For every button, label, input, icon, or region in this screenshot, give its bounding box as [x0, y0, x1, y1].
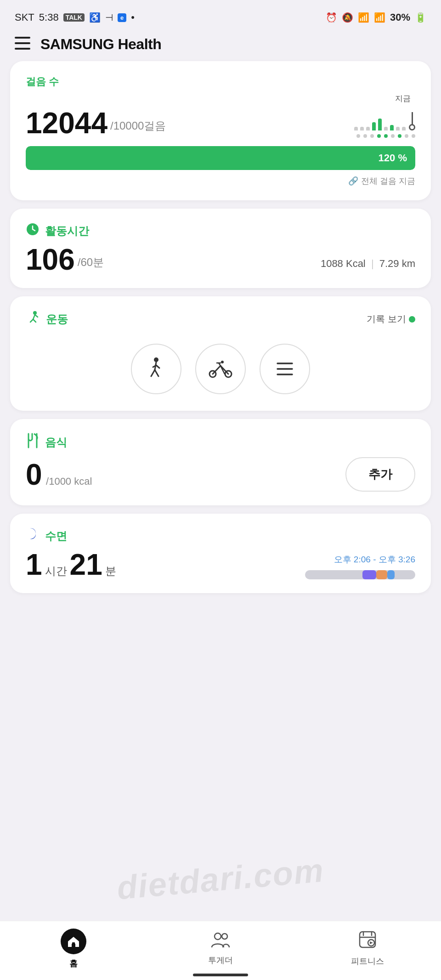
activity-kcal: 1088 Kcal [321, 258, 366, 269]
sleep-time-range: 오후 2:06 - 오후 3:26 [334, 554, 415, 566]
sleep-rem-bar [362, 570, 376, 579]
green-dot [409, 316, 415, 323]
sleep-deep-bar [387, 570, 395, 579]
food-count: 0 [26, 458, 42, 491]
exercise-icons-row [26, 339, 415, 397]
stat-separator: | [371, 258, 374, 269]
svg-line-9 [33, 319, 36, 322]
exercise-label: 운동 [46, 312, 68, 327]
mini-bar-4 [372, 122, 376, 130]
steps-chart: 지금 [354, 93, 415, 138]
dot-7 [398, 134, 401, 138]
exercise-title-row: 운동 [26, 310, 68, 328]
steps-now-label: 지금 [395, 93, 411, 104]
svg-line-8 [30, 319, 33, 322]
exercise-card: 운동 기록 보기 [10, 296, 431, 411]
emart-icon: e [118, 13, 126, 22]
nav-home-label: 홈 [69, 958, 78, 969]
progress-bar-fill: 120 % [26, 146, 415, 170]
activity-header: 활동시간 [26, 222, 415, 239]
steps-label: 걸음 수 [26, 75, 415, 89]
steps-link-text: 전체 걸음 지금 [361, 176, 415, 187]
activity-stats: 1088 Kcal | 7.29 km [321, 258, 415, 270]
dot-6 [391, 134, 395, 138]
watermark-text: dietdari.com [115, 851, 326, 906]
content-area: 걸음 수 12044 /10000걸음 지금 [0, 61, 441, 648]
dot-9 [412, 134, 415, 138]
status-left: SKT 5:38 TALK ♿ ⊣ e • [15, 11, 135, 23]
bike-button[interactable] [195, 344, 246, 394]
activity-km: 7.29 km [379, 258, 415, 269]
mini-bar-5 [378, 119, 382, 130]
mute-icon: 🔕 [342, 12, 353, 23]
dot-8 [405, 134, 408, 138]
walk-button[interactable] [131, 344, 181, 394]
dot-1 [356, 134, 360, 138]
nav-fitness-label: 피트니스 [351, 956, 384, 967]
steps-card: 걸음 수 12044 /10000걸음 지금 [10, 61, 431, 200]
dot-icon: • [131, 11, 135, 23]
svg-line-14 [155, 370, 158, 376]
food-goal: /1000 kcal [46, 476, 92, 487]
progress-bar-container: 120 % [26, 146, 415, 170]
svg-line-19 [213, 366, 220, 374]
svg-line-7 [33, 315, 35, 319]
sleep-light-bar [376, 570, 387, 579]
sleep-card: 수면 1 시간 21 분 오후 2:06 - 오후 3:26 [10, 514, 431, 593]
svg-line-10 [35, 315, 38, 317]
list-button[interactable] [260, 344, 310, 394]
svg-point-11 [154, 357, 158, 362]
activity-count: 106 [26, 245, 75, 274]
sleep-minutes: 21 [70, 550, 102, 579]
svg-rect-2 [15, 48, 30, 50]
steps-link[interactable]: 🔗 전체 걸음 지금 [26, 176, 415, 187]
watermark-area: dietdari.com [0, 833, 441, 925]
dot-4 [377, 134, 381, 138]
activity-icon [26, 222, 40, 239]
exercise-icon [26, 310, 40, 328]
mini-bar-2 [360, 127, 364, 130]
sleep-bar [305, 570, 415, 579]
sleep-header: 수면 [26, 527, 415, 544]
activity-card: 활동시간 106 /60분 1088 Kcal | 7.29 km [10, 209, 431, 288]
time-label: 5:38 [39, 11, 59, 23]
hamburger-button[interactable] [15, 37, 30, 52]
alarm-icon: ⏰ [326, 12, 337, 23]
sleep-label: 수면 [45, 529, 67, 544]
battery-label: 30% [390, 11, 410, 23]
add-food-button[interactable]: 추가 [345, 457, 415, 492]
steps-count: 12044 [26, 108, 107, 138]
signal-icon: 📶 [374, 12, 385, 23]
mini-bar-7 [390, 125, 394, 130]
sleep-minutes-unit: 분 [105, 564, 116, 578]
nav-home[interactable]: 홈 [48, 929, 99, 969]
sleep-main-row: 1 시간 21 분 오후 2:06 - 오후 3:26 [26, 550, 415, 579]
sleep-hours-unit: 시간 [45, 564, 67, 578]
battery-icon: 🔋 [415, 12, 426, 23]
app-title: SAMSUNG Health [40, 36, 161, 53]
nav-together-label: 투게더 [208, 955, 233, 966]
pin-marker [409, 112, 415, 130]
mini-bar-6 [384, 127, 388, 130]
bottom-indicator [193, 974, 248, 976]
nav-together[interactable]: 투게더 [195, 932, 246, 966]
exercise-header: 운동 기록 보기 [26, 310, 415, 328]
bottom-nav: 홈 투게더 피트니스 [0, 921, 441, 980]
food-card: 음식 0 /1000 kcal 추가 [10, 419, 431, 505]
svg-rect-31 [72, 942, 75, 947]
food-left: 0 /1000 kcal [26, 460, 92, 489]
svg-rect-1 [15, 42, 30, 44]
sleep-right: 오후 2:06 - 오후 3:26 [305, 554, 415, 579]
mini-bar-9 [402, 127, 406, 130]
svg-point-33 [222, 934, 227, 939]
mini-bar-8 [396, 127, 400, 130]
exercise-record-link[interactable]: 기록 보기 [367, 313, 415, 325]
link-icon: 🔗 [348, 176, 358, 186]
sleep-hours: 1 [26, 550, 42, 579]
dot-2 [363, 134, 367, 138]
food-icon [26, 433, 40, 452]
nav-fitness[interactable]: 피트니스 [342, 931, 393, 967]
activity-label: 활동시간 [45, 224, 89, 238]
talk-icon: TALK [63, 13, 85, 22]
sleep-time: 1 시간 21 분 [26, 550, 116, 579]
